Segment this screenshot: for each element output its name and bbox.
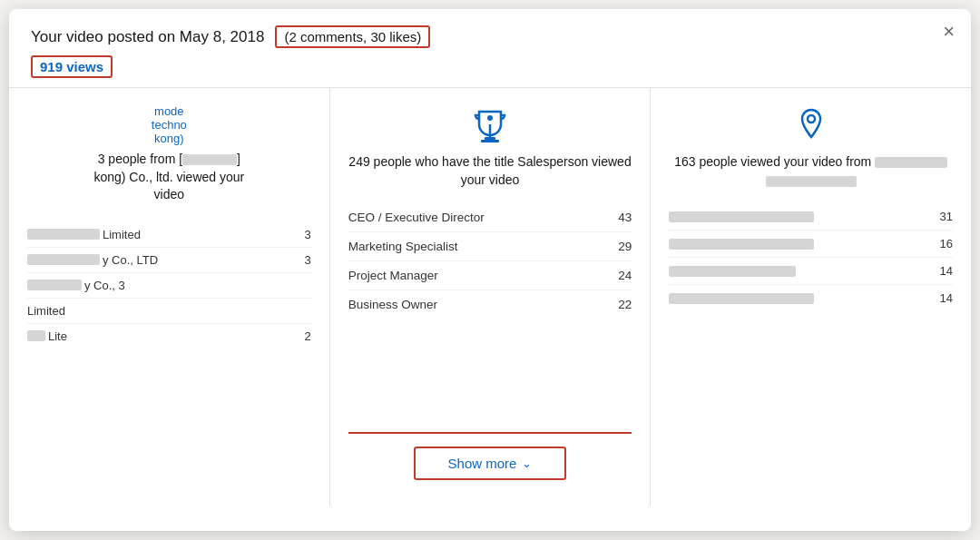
modal-container: Your video posted on May 8, 2018 (2 comm… [9,9,971,531]
show-more-label: Show more [448,456,517,471]
views-section: 919 views [9,48,971,78]
loc-blur-1 [669,211,814,222]
loc-row-3: 14 [669,258,953,285]
company-blur-1 [27,229,100,240]
company-blur-3 [27,280,82,290]
title-row-4: Business Owner 22 [348,290,632,319]
company-row: Limited 3 [27,222,311,248]
company-name-3b: Limited [27,304,65,318]
title-name-3: Project Manager [348,269,438,282]
locations-list: 31 16 14 14 [669,203,953,311]
company-blur-4 [27,330,45,341]
loc-blur-4 [669,293,814,304]
views-label: 919 views [31,55,113,78]
loc-row-4: 14 [669,285,953,311]
title-count-2: 29 [618,240,632,253]
company-blur-2 [27,254,100,265]
titles-column: 249 people who have the title Salesperso… [330,88,652,506]
company-row: y Co., 3 [27,273,311,299]
truncated-link-2: techno [152,118,187,132]
title-count-4: 22 [618,298,632,311]
svg-rect-0 [485,137,495,140]
comments-badge: (2 comments, 30 likes) [275,25,430,48]
company-row: Lite 2 [27,324,311,349]
title-row-2: Marketing Specialist 29 [348,232,632,261]
loc-count-3: 14 [940,264,953,278]
company-name-1: Limited [27,228,141,241]
modal-title: Your video posted on May 8, 2018 [31,28,264,46]
svg-point-3 [487,115,493,121]
title-count-3: 24 [618,269,632,282]
loc-row-1: 31 [669,203,953,231]
company-row: y Co., LTD 3 [27,248,311,273]
trophy-icon [348,104,632,144]
title-name-4: Business Owner [348,298,437,311]
title-row-3: Project Manager 24 [348,261,632,290]
company-name-3: y Co., 3 [27,279,125,292]
loc-count-4: 14 [940,291,953,305]
col1-heading: 3 people from [] kong) Co., ltd. viewed … [27,151,311,204]
loc-count-1: 31 [940,210,953,223]
company-row: Limited [27,299,311,324]
modal-header: Your video posted on May 8, 2018 (2 comm… [9,9,971,48]
locations-column: 163 people viewed your video from 31 16 … [651,88,971,506]
chevron-down-icon: ⌄ [522,457,532,470]
columns-container: mode techno kong) 3 people from [] kong)… [9,88,971,506]
title-count-1: 43 [618,211,632,224]
close-button[interactable]: × [943,22,955,42]
titles-list: CEO / Executive Director 43 Marketing Sp… [348,203,632,319]
title-row-1: CEO / Executive Director 43 [348,203,632,232]
svg-rect-1 [481,140,499,142]
col2-heading: 249 people who have the title Salesperso… [348,153,632,189]
company-name-4: Lite [27,329,67,343]
col3-heading: 163 people viewed your video from [669,153,953,189]
loc-blur-3 [669,266,796,277]
loc-row-2: 16 [669,231,953,258]
loc-blur-2 [669,239,814,250]
title-name-2: Marketing Specialist [348,240,458,253]
truncated-link-3: kong) [154,132,184,145]
truncated-link-1: mode [154,104,184,118]
company-name-2: y Co., LTD [27,253,158,267]
svg-point-4 [808,115,815,123]
loc-count-2: 16 [940,237,953,250]
show-more-button[interactable]: Show more ⌄ [414,447,567,480]
truncated-company-header: mode techno kong) [27,104,311,145]
company-list: Limited 3 y Co., LTD 3 y Co., [27,222,311,349]
companies-column: mode techno kong) 3 people from [] kong)… [9,88,330,506]
location-pin-icon [669,104,953,144]
show-more-area: Show more ⌄ [348,432,632,489]
location-blur-heading-2 [766,176,857,187]
title-name-1: CEO / Executive Director [348,211,485,224]
location-blur-heading [875,157,947,168]
